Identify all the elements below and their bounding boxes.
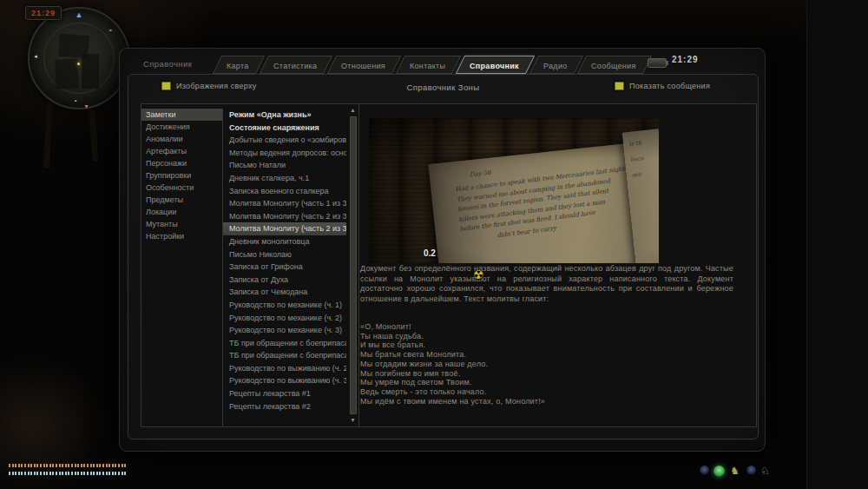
checkbox-icon[interactable] bbox=[615, 82, 624, 90]
ambient-top bbox=[0, 0, 868, 48]
minimap-west-icon: ◄ bbox=[33, 54, 38, 59]
prayer-line: И мы все братья. bbox=[360, 340, 545, 350]
minimap-building bbox=[82, 54, 99, 89]
sidebar-item-notes[interactable]: Заметки bbox=[141, 109, 222, 121]
tab-label: Карта bbox=[227, 58, 249, 75]
article-item[interactable]: Письмо Николаю bbox=[223, 248, 346, 261]
article-description: Документ без определённого названия, сод… bbox=[360, 264, 733, 305]
article-item[interactable]: Режим «Одна жизнь» bbox=[223, 109, 346, 122]
article-item[interactable]: Состояние снаряжения bbox=[223, 122, 346, 135]
sidebar-item-locations[interactable]: Локации bbox=[141, 206, 222, 218]
article-item[interactable]: Записка от Духа bbox=[223, 274, 346, 287]
aura-green-icon bbox=[713, 466, 725, 477]
sidebar: ЗаметкиДостиженияАномалииАртефактыПерсон… bbox=[141, 109, 223, 426]
sidebar-item-factions[interactable]: Группировки bbox=[141, 169, 222, 182]
aura-blue-2-icon bbox=[746, 466, 756, 475]
tab-contacts[interactable]: Контакты bbox=[396, 56, 462, 74]
article-item[interactable]: Руководство по механике (ч. 2) bbox=[223, 312, 346, 325]
article-item[interactable]: Молитва Монолиту (часть 2 из 3) bbox=[223, 210, 346, 223]
sidebar-item-characters[interactable]: Персонажи bbox=[141, 157, 222, 169]
player-marker bbox=[77, 63, 80, 65]
tab-label: Отношения bbox=[341, 58, 385, 75]
sidebar-item-mutants[interactable]: Мутанты bbox=[141, 218, 222, 230]
articles-scrollbar[interactable]: ▲ ▼ bbox=[348, 107, 358, 424]
article-item[interactable]: Записка от Грифона bbox=[223, 261, 346, 274]
screen: ▲ ◄ ► ▪ ▼ = 21:29 Справочник КартаСтатис… bbox=[0, 0, 868, 489]
minimap-north-icon: ▲ bbox=[76, 11, 83, 19]
prayer-line: Мы отдадим жизни за наше дело. bbox=[360, 360, 545, 369]
image-zoom-label: 0.2 bbox=[424, 248, 436, 258]
article-item[interactable]: Рецепты лекарства #1 bbox=[223, 387, 346, 400]
sidebar-item-anomalies[interactable]: Аномалии bbox=[141, 133, 222, 145]
article-item[interactable]: ТБ при обращении с боеприпасами bbox=[223, 349, 346, 362]
scroll-down-icon[interactable]: ▼ bbox=[349, 417, 357, 424]
game-timer-value: 21:29 bbox=[31, 9, 56, 17]
article-item[interactable]: Молитва Монолиту (часть 2 из 3) bbox=[223, 222, 346, 235]
tab-relations[interactable]: Отношения bbox=[327, 56, 401, 74]
article-item[interactable]: Руководство по механике (ч. 3) bbox=[223, 324, 346, 337]
prayer-line: Ты наша судьба. bbox=[360, 332, 545, 341]
prayer-line: Мы братья света Монолита. bbox=[360, 350, 545, 360]
article-image: Day 56 Had a chance to speak with two Me… bbox=[369, 118, 659, 263]
photo-vignette bbox=[369, 118, 659, 263]
prayer-line: «О, Монолит! bbox=[360, 322, 545, 332]
article-item[interactable]: Дневник сталкера, ч.1 bbox=[223, 172, 346, 185]
list-divider bbox=[358, 104, 359, 426]
pda-window: Справочник КартаСтатистикаОтношенияКонта… bbox=[119, 48, 766, 452]
minimap-ticks-icon: = bbox=[108, 28, 113, 33]
sidebar-item-artifacts[interactable]: Артефакты bbox=[141, 145, 222, 157]
tab-bar: КартаСтатистикаОтношенияКонтактыСправочн… bbox=[217, 56, 648, 74]
aura-blue-1-icon bbox=[700, 466, 709, 475]
scroll-up-icon[interactable]: ▲ bbox=[349, 107, 357, 114]
checkbox-label: Показать сообщения bbox=[629, 82, 710, 90]
tab-label: Сообщения bbox=[591, 58, 636, 75]
minimap-building bbox=[55, 58, 79, 89]
article-item[interactable]: Добытые сведения о «зомбировании» bbox=[223, 134, 346, 147]
pda-corner-label: Справочник bbox=[143, 59, 192, 69]
tab-label: Контакты bbox=[410, 58, 445, 75]
health-bar bbox=[9, 472, 128, 475]
battery-icon bbox=[648, 58, 667, 68]
sidebar-item-items[interactable]: Предметы bbox=[141, 194, 222, 206]
tab-label: Радио bbox=[543, 58, 568, 75]
article-item[interactable]: Молитва Монолиту (часть 1 из 3) bbox=[223, 197, 346, 210]
scrollbar-thumb[interactable] bbox=[350, 116, 357, 414]
article-item[interactable]: Записка от Чемодана bbox=[223, 286, 346, 299]
article-item[interactable]: ТБ при обращении с боеприпасами bbox=[223, 337, 346, 350]
sidebar-item-settings[interactable]: Настройки bbox=[141, 230, 222, 242]
article-item[interactable]: Письмо Натали bbox=[223, 159, 346, 172]
sidebar-item-achievements[interactable]: Достижения bbox=[141, 121, 222, 133]
article-item[interactable]: Рецепты лекарства #2 bbox=[223, 400, 346, 412]
article-item[interactable]: Руководство по выживанию (ч. 3) bbox=[223, 374, 346, 387]
article-item[interactable]: Записка военного сталкера bbox=[223, 185, 346, 198]
article-item[interactable]: Дневник монолитовца bbox=[223, 235, 346, 248]
minimap-range-ring bbox=[43, 23, 115, 94]
show-messages-checkbox[interactable]: Показать сообщения bbox=[615, 82, 710, 90]
minimap-south-icon: ▪ bbox=[75, 98, 76, 103]
stamina-bar bbox=[9, 464, 128, 467]
tab-statistics[interactable]: Статистика bbox=[259, 56, 332, 74]
prayer-line: Мы погибнем во имя твоё. bbox=[360, 369, 545, 379]
article-item[interactable]: Методы ведения допросов: основы bbox=[223, 147, 346, 160]
game-timer: 21:29 bbox=[25, 6, 62, 20]
article-item[interactable]: Руководство по выживанию (ч. 2) bbox=[223, 362, 346, 375]
prayer-line: Ведь смерть - это только начало. bbox=[360, 387, 545, 397]
pda-clock: 21:29 bbox=[672, 55, 699, 64]
prayer-text: «О, Монолит!Ты наша судьба.И мы все брат… bbox=[360, 322, 545, 406]
tab-radio[interactable]: Радио bbox=[529, 56, 583, 74]
buff-yellow-1-icon: ♞ bbox=[730, 466, 740, 477]
articles-list: Режим «Одна жизнь»Состояние снаряженияДо… bbox=[223, 109, 346, 412]
prayer-line: Мы идём с твоим именем на устах, о, Моно… bbox=[360, 397, 545, 406]
minimap-strap-left bbox=[43, 101, 53, 169]
sidebar-item-features[interactable]: Особенности bbox=[141, 182, 222, 194]
tab-map[interactable]: Карта bbox=[213, 56, 265, 74]
minimap-strap-right bbox=[89, 101, 99, 162]
ambient-right-edge bbox=[806, 0, 868, 489]
tab-messages[interactable]: Сообщения bbox=[577, 56, 652, 74]
prayer-line: Мы умрём под светом Твоим. bbox=[360, 378, 545, 387]
tab-label: Справочник bbox=[470, 58, 519, 75]
cursor-radiation-icon: ☢ bbox=[473, 268, 484, 281]
minimap: ▲ ◄ ► ▪ ▼ = bbox=[28, 7, 130, 109]
article-item[interactable]: Руководство по механике (ч. 1) bbox=[223, 299, 346, 312]
tab-guide[interactable]: Справочник bbox=[456, 56, 535, 74]
